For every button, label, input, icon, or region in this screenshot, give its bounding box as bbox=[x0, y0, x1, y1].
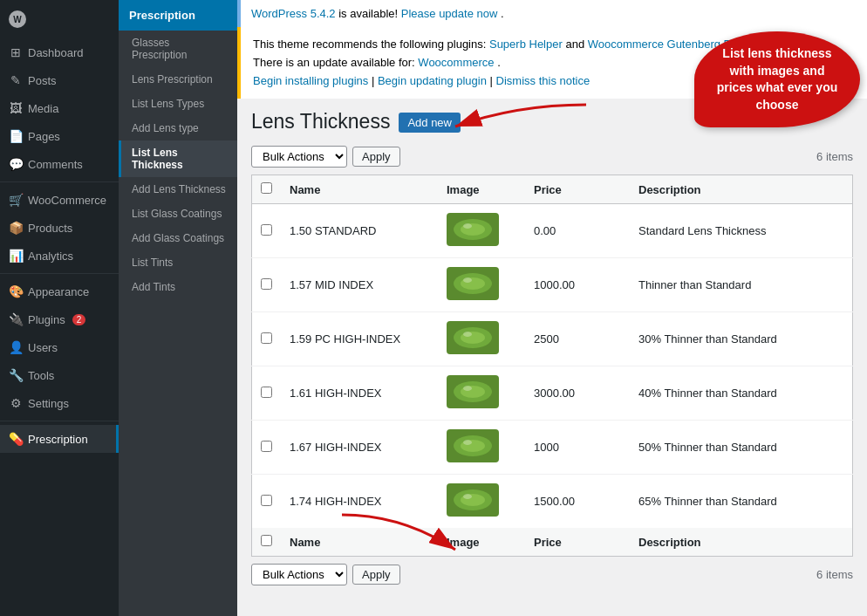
col-check-footer bbox=[252, 528, 282, 557]
sidebar-item-pages[interactable]: 📄 Pages bbox=[0, 122, 119, 150]
sidebar-item-label: Tools bbox=[28, 369, 54, 382]
sidebar-item-appearance[interactable]: 🎨 Appearance bbox=[0, 277, 119, 305]
row-checkbox-5[interactable] bbox=[261, 495, 272, 506]
sub-sidebar-item-list-lens-types[interactable]: List Lens Types bbox=[119, 92, 237, 116]
sidebar-divider-2 bbox=[0, 273, 119, 274]
sidebar-item-dashboard[interactable]: ⊞ Dashboard bbox=[0, 38, 119, 66]
apply-button-bottom[interactable]: Apply bbox=[352, 565, 400, 585]
svg-point-3 bbox=[463, 223, 472, 229]
bulk-actions-select-bottom[interactable]: Bulk Actions bbox=[251, 564, 347, 585]
sidebar-item-comments[interactable]: 💬 Comments bbox=[0, 150, 119, 178]
appearance-icon: 🎨 bbox=[9, 284, 23, 298]
col-price-header: Price bbox=[525, 175, 630, 204]
sub-sidebar-item-add-tints[interactable]: Add Tints bbox=[119, 275, 237, 299]
row-desc-3: 40% Thinner than Standard bbox=[630, 366, 853, 421]
settings-icon: ⚙ bbox=[9, 396, 23, 410]
svg-point-7 bbox=[463, 277, 472, 283]
sidebar-item-label: Analytics bbox=[28, 250, 73, 263]
sub-sidebar: Prescription Glasses Prescription Lens P… bbox=[119, 0, 237, 616]
row-name-1: 1.57 MID INDEX bbox=[281, 258, 438, 312]
please-update-link[interactable]: Please update now bbox=[401, 7, 498, 20]
row-desc-0: Standard Lens Thickness bbox=[630, 204, 853, 258]
table-row: 1.67 HIGH-INDEX 1000 50% Thinner than St… bbox=[252, 421, 853, 475]
bulk-actions-select-top[interactable]: Bulk Actions bbox=[251, 146, 347, 168]
sub-sidebar-item-glasses-prescription[interactable]: Glasses Prescription bbox=[119, 31, 237, 67]
row-checkbox-2[interactable] bbox=[261, 332, 272, 344]
row-image-5 bbox=[438, 475, 525, 529]
table-row: 1.57 MID INDEX 1000.00 Thinner than Stan… bbox=[252, 258, 853, 312]
col-image-header: Image bbox=[438, 175, 525, 204]
sub-sidebar-item-list-glass-coatings[interactable]: List Glass Coatings bbox=[119, 202, 237, 226]
sidebar-item-settings[interactable]: ⚙ Settings bbox=[0, 389, 119, 417]
sidebar-item-plugins[interactable]: 🔌 Plugins 2 bbox=[0, 305, 119, 333]
sidebar-item-posts[interactable]: ✎ Posts bbox=[0, 66, 119, 94]
row-desc-2: 30% Thinner than Standard bbox=[630, 312, 853, 366]
table-row: 1.50 STANDARD 0.00 Standard Lens Thickne… bbox=[252, 204, 853, 258]
table-controls-bottom: Bulk Actions Apply 6 items bbox=[251, 564, 853, 585]
posts-icon: ✎ bbox=[9, 73, 23, 87]
row-name-5: 1.74 HIGH-INDEX bbox=[281, 475, 438, 529]
sub-sidebar-item-list-lens-thickness[interactable]: List Lens Thickness bbox=[119, 140, 237, 177]
begin-installing-link[interactable]: Begin installing plugins bbox=[253, 74, 368, 87]
sub-sidebar-item-add-lens-type[interactable]: Add Lens type bbox=[119, 116, 237, 140]
add-new-button[interactable]: Add new bbox=[399, 113, 461, 133]
row-checkbox-cell bbox=[252, 366, 282, 421]
lens-image-svg-5 bbox=[447, 483, 499, 517]
wp-version-link[interactable]: WordPress 5.4.2 bbox=[251, 7, 336, 20]
select-all-checkbox[interactable] bbox=[261, 182, 272, 194]
row-checkbox-cell bbox=[252, 312, 282, 366]
woocommerce-icon: 🛒 bbox=[9, 193, 23, 207]
sidebar-item-woocommerce[interactable]: 🛒 WooCommerce bbox=[0, 186, 119, 214]
row-price-4: 1000 bbox=[525, 421, 630, 475]
apply-button-top[interactable]: Apply bbox=[352, 147, 400, 167]
row-image-0 bbox=[438, 204, 525, 258]
row-checkbox-3[interactable] bbox=[261, 387, 272, 398]
superb-helper-link[interactable]: Superb Helper bbox=[489, 38, 563, 51]
table-footer-row: Name Image Price Description bbox=[252, 528, 853, 557]
row-checkbox-1[interactable] bbox=[261, 278, 272, 290]
sidebar-item-products[interactable]: 📦 Products bbox=[0, 214, 119, 242]
sidebar-item-tools[interactable]: 🔧 Tools bbox=[0, 361, 119, 389]
table-row: 1.61 HIGH-INDEX 3000.00 40% Thinner than… bbox=[252, 366, 853, 421]
table-row: 1.59 PC HIGH-INDEX 2500 30% Thinner than… bbox=[252, 312, 853, 366]
comments-icon: 💬 bbox=[9, 157, 23, 171]
sidebar-item-analytics[interactable]: 📊 Analytics bbox=[0, 242, 119, 270]
woocommerce-link[interactable]: Woocommerce bbox=[418, 56, 494, 69]
media-icon: 🖼 bbox=[9, 101, 23, 115]
wp-update-notice: WordPress 5.4.2 is available! Please upd… bbox=[237, 0, 867, 27]
content-area: Lens Thickness Add new Bulk Actions Appl… bbox=[237, 99, 867, 603]
sidebar-item-label: Appearance bbox=[28, 285, 89, 298]
svg-point-15 bbox=[463, 386, 472, 391]
sidebar-item-prescription[interactable]: 💊 Prescription bbox=[0, 425, 119, 453]
sub-sidebar-item-add-glass-coatings[interactable]: Add Glass Coatings bbox=[119, 226, 237, 250]
col-check-header bbox=[252, 175, 282, 204]
sidebar-item-users[interactable]: 👤 Users bbox=[0, 333, 119, 361]
lens-image-svg-1 bbox=[447, 267, 499, 300]
dismiss-notice-link[interactable]: Dismiss this notice bbox=[496, 74, 591, 87]
plugins-badge: 2 bbox=[72, 314, 86, 325]
begin-updating-link[interactable]: Begin updating plugin bbox=[378, 74, 487, 87]
sidebar-item-label: Users bbox=[28, 341, 58, 354]
row-price-1: 1000.00 bbox=[525, 258, 630, 312]
row-name-0: 1.50 STANDARD bbox=[281, 204, 438, 258]
sub-sidebar-item-add-lens-thickness[interactable]: Add Lens Thickness bbox=[119, 177, 237, 202]
pages-icon: 📄 bbox=[9, 129, 23, 143]
dashboard-icon: ⊞ bbox=[9, 45, 23, 59]
row-checkbox-4[interactable] bbox=[261, 441, 272, 452]
row-image-2 bbox=[438, 312, 525, 366]
sidebar-divider-3 bbox=[0, 421, 119, 421]
sidebar-item-media[interactable]: 🖼 Media bbox=[0, 94, 119, 122]
sidebar-item-label: Posts bbox=[28, 74, 57, 87]
sub-sidebar-item-list-tints[interactable]: List Tints bbox=[119, 250, 237, 275]
col-price-footer: Price bbox=[525, 528, 630, 557]
table-row: 1.74 HIGH-INDEX 1500.00 65% Thinner than… bbox=[252, 475, 853, 529]
row-name-3: 1.61 HIGH-INDEX bbox=[281, 366, 438, 421]
callout-text: List lens thickness with images and pric… bbox=[717, 46, 838, 112]
select-all-checkbox-footer[interactable] bbox=[261, 535, 272, 546]
wp-notice-text: WordPress 5.4.2 is available! Please upd… bbox=[251, 7, 504, 20]
row-checkbox-0[interactable] bbox=[261, 224, 272, 236]
item-count-bottom: 6 items bbox=[816, 568, 853, 581]
sub-sidebar-title: Prescription bbox=[129, 9, 195, 22]
sub-sidebar-item-lens-prescription[interactable]: Lens Prescription bbox=[119, 67, 237, 92]
products-icon: 📦 bbox=[9, 221, 23, 235]
